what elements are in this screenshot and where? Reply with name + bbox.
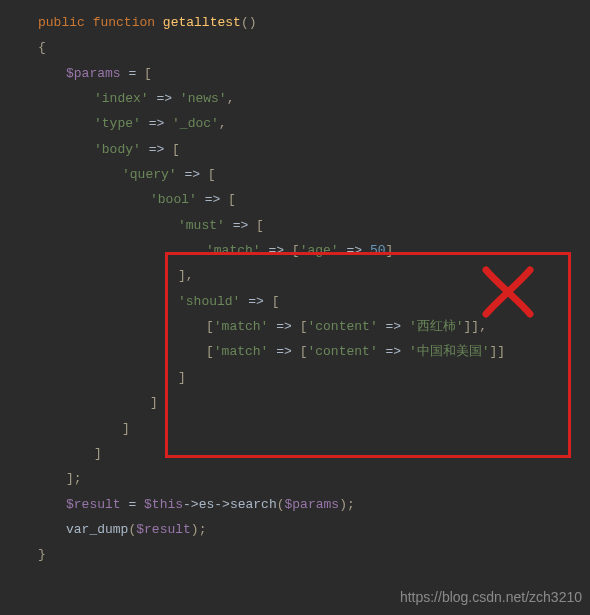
bracket-open: [ (228, 192, 236, 207)
comma: , (479, 319, 487, 334)
code-line: 'body' => [ (38, 137, 590, 162)
key-body: 'body' (94, 142, 141, 157)
semicolon: ; (74, 471, 82, 486)
key-content: 'content' (307, 344, 377, 359)
key-bool: 'bool' (150, 192, 197, 207)
code-editor: public function getalltest() { $params =… (0, 0, 590, 615)
key-content: 'content' (307, 319, 377, 334)
bracket-close: ] (497, 344, 505, 359)
bracket-open: [ (206, 319, 214, 334)
fat-arrow: => (184, 167, 200, 182)
code-line: 'type' => '_doc', (38, 111, 590, 136)
function-name: getalltest (163, 15, 241, 30)
code-line: 'match' => ['age' => 50] (38, 238, 590, 263)
fat-arrow: => (205, 192, 221, 207)
var-params-arg: $params (285, 497, 340, 512)
fn-vardump: var_dump (66, 522, 128, 537)
code-line: ] (38, 365, 590, 390)
key-match: 'match' (214, 344, 269, 359)
semicolon: ; (199, 522, 207, 537)
watermark-text: https://blog.csdn.net/zch3210 (400, 584, 582, 611)
fn-search: search (230, 497, 277, 512)
bracket-close: ] (66, 471, 74, 486)
code-line: var_dump($result); (38, 517, 590, 542)
var-result: $result (66, 497, 121, 512)
bracket-open: [ (256, 218, 264, 233)
comma: , (186, 268, 194, 283)
code-line: ], (38, 263, 590, 288)
arrow-op: -> (183, 497, 199, 512)
fat-arrow: => (149, 142, 165, 157)
bracket-open: [ (206, 344, 214, 359)
fat-arrow: => (386, 344, 402, 359)
fat-arrow: => (268, 243, 284, 258)
key-must: 'must' (178, 218, 225, 233)
code-line: ]; (38, 466, 590, 491)
code-line: ] (38, 416, 590, 441)
bracket-close: ] (471, 319, 479, 334)
fat-arrow: => (346, 243, 362, 258)
key-age: 'age' (300, 243, 339, 258)
var-this: $this (144, 497, 183, 512)
bracket-close: ] (150, 395, 158, 410)
brace-close: } (38, 547, 46, 562)
fat-arrow: => (149, 116, 165, 131)
code-line: ] (38, 441, 590, 466)
fat-arrow: => (248, 294, 264, 309)
comma: , (227, 91, 235, 106)
bracket-open: [ (292, 243, 300, 258)
code-line: 'query' => [ (38, 162, 590, 187)
code-line: ['match' => ['content' => '西红柿']], (38, 314, 590, 339)
fat-arrow: => (276, 344, 292, 359)
bracket-close: ] (178, 370, 186, 385)
comma: , (219, 116, 227, 131)
val-age: 50 (370, 243, 386, 258)
code-line: $params = [ (38, 61, 590, 86)
semicolon: ; (347, 497, 355, 512)
keyword-public: public (38, 15, 85, 30)
code-line: 'bool' => [ (38, 187, 590, 212)
code-line: 'index' => 'news', (38, 86, 590, 111)
var-params: $params (66, 66, 121, 81)
bracket-open: [ (272, 294, 280, 309)
fat-arrow: => (156, 91, 172, 106)
code-line: { (38, 35, 590, 60)
code-line: public function getalltest() (38, 10, 590, 35)
prop-es: es (199, 497, 215, 512)
var-result-arg: $result (136, 522, 191, 537)
parens: () (241, 15, 257, 30)
bracket-close: ] (386, 243, 394, 258)
bracket-open: [ (208, 167, 216, 182)
fat-arrow: => (233, 218, 249, 233)
val-index: 'news' (180, 91, 227, 106)
key-type: 'type' (94, 116, 141, 131)
key-query: 'query' (122, 167, 177, 182)
fat-arrow: => (276, 319, 292, 334)
code-line: 'should' => [ (38, 289, 590, 314)
keyword-function: function (93, 15, 155, 30)
bracket-close: ] (178, 268, 186, 283)
code-line: } (38, 542, 590, 567)
arrow-op: -> (214, 497, 230, 512)
code-line: 'must' => [ (38, 213, 590, 238)
val-should1: '西红柿' (409, 319, 464, 334)
val-should2: '中国和美国' (409, 344, 490, 359)
code-line: ['match' => ['content' => '中国和美国']] (38, 339, 590, 364)
key-index: 'index' (94, 91, 149, 106)
code-line: ] (38, 390, 590, 415)
key-should: 'should' (178, 294, 240, 309)
brace-open: { (38, 40, 46, 55)
key-match: 'match' (206, 243, 261, 258)
code-line: $result = $this->es->search($params); (38, 492, 590, 517)
val-type: '_doc' (172, 116, 219, 131)
bracket-close: ] (122, 421, 130, 436)
bracket-open: [ (144, 66, 152, 81)
key-match: 'match' (214, 319, 269, 334)
fat-arrow: => (386, 319, 402, 334)
bracket-open: [ (172, 142, 180, 157)
bracket-close: ] (94, 446, 102, 461)
